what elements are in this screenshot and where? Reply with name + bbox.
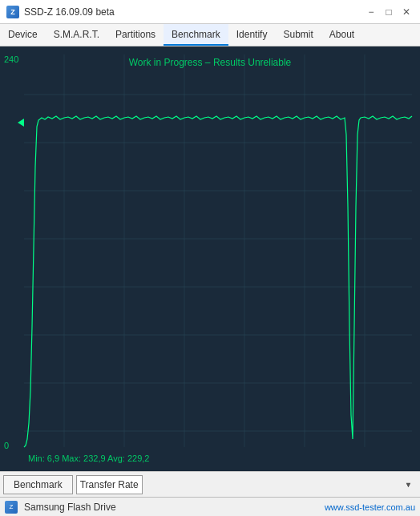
benchmark-button[interactable]: Benchmark [3,475,73,494]
menu-identify[interactable]: Identify [228,24,276,46]
menu-device[interactable]: Device [0,24,46,46]
title-bar-left: Z SSD-Z 16.09.09 beta [6,6,115,18]
window-controls: − □ ✕ [364,5,414,19]
maximize-button[interactable]: □ [382,5,396,19]
benchmark-chart: 240 0 Work in Progress – Results Unrelia… [0,46,420,471]
bottom-toolbar: Benchmark Transfer Rate Access Time IOPS… [0,471,420,497]
svg-text:Work in Progress – Results Unr: Work in Progress – Results Unreliable [129,57,292,68]
menu-partitions[interactable]: Partitions [107,24,164,46]
transfer-rate-dropdown[interactable]: Transfer Rate Access Time IOPS [76,475,143,494]
menu-submit[interactable]: Submit [275,24,321,46]
svg-text:Min: 6,9  Max: 232,9  Avg: 229: Min: 6,9 Max: 232,9 Avg: 229,2 [28,454,149,463]
status-bar: Z Samsung Flash Drive www.ssd-tester.com… [0,497,420,516]
title-bar: Z SSD-Z 16.09.09 beta − □ ✕ [0,0,420,24]
close-button[interactable]: ✕ [399,5,414,19]
minimize-button[interactable]: − [364,5,378,19]
menu-smart[interactable]: S.M.A.R.T. [46,24,107,46]
menu-benchmark[interactable]: Benchmark [164,24,228,46]
app-title: SSD-Z 16.09.09 beta [24,6,115,18]
status-url: www.ssd-tester.com.au [325,502,415,512]
menu-bar: Device S.M.A.R.T. Partitions Benchmark I… [0,24,420,46]
menu-about[interactable]: About [321,24,362,46]
app-icon: Z [6,6,19,18]
svg-text:240: 240 [4,54,18,64]
status-app-icon: Z [5,501,18,514]
chart-container: 240 0 Work in Progress – Results Unrelia… [0,46,420,471]
dropdown-arrow-icon: ▼ [405,481,412,489]
svg-text:0: 0 [4,441,9,450]
status-device-name: Samsung Flash Drive [24,502,318,513]
svg-rect-0 [0,46,420,471]
transfer-rate-dropdown-wrapper: Transfer Rate Access Time IOPS ▼ [76,475,417,494]
